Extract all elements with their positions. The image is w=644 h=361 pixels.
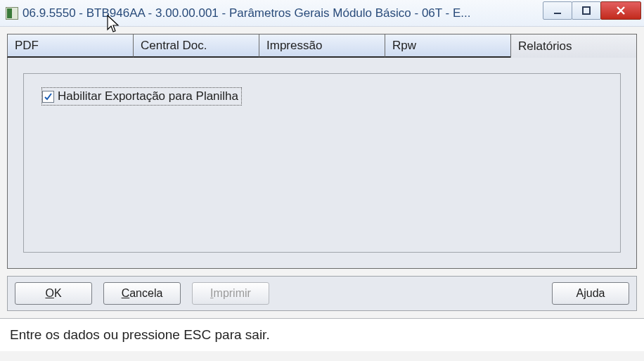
- content-group: Habilitar Exportação para Planilha: [23, 73, 621, 253]
- tab-pdf[interactable]: PDF: [7, 34, 133, 58]
- maximize-button[interactable]: [572, 1, 601, 20]
- client-area: PDF Central Doc. Impressão Rpw Relatório…: [0, 27, 644, 361]
- print-button: Imprimir: [192, 282, 269, 305]
- checkbox-label: Habilitar Exportação para Planilha: [58, 89, 238, 103]
- tab-central-doc[interactable]: Central Doc.: [133, 34, 259, 58]
- status-bar: Entre os dados ou pressione ESC para sai…: [0, 318, 644, 351]
- help-button[interactable]: Ajuda: [552, 282, 629, 305]
- tab-impressao[interactable]: Impressão: [259, 34, 385, 58]
- close-button[interactable]: [600, 1, 641, 20]
- window-title: 06.9.5550 - BTB946AA - 3.00.00.001 - Par…: [22, 6, 543, 20]
- minimize-button[interactable]: [543, 1, 572, 20]
- ok-button[interactable]: OK: [15, 282, 92, 305]
- enable-export-checkbox[interactable]: Habilitar Exportação para Planilha: [42, 88, 241, 105]
- status-text: Entre os dados ou pressione ESC para sai…: [10, 327, 270, 342]
- tab-content: Habilitar Exportação para Planilha: [7, 58, 637, 269]
- tab-bar: PDF Central Doc. Impressão Rpw Relatório…: [7, 34, 637, 58]
- svg-rect-1: [583, 7, 590, 14]
- app-icon: [6, 7, 18, 20]
- checkbox-icon: [42, 91, 54, 103]
- window-controls: [543, 1, 641, 21]
- tab-rpw[interactable]: Rpw: [385, 34, 510, 58]
- tab-relatorios[interactable]: Relatórios: [510, 34, 637, 58]
- button-bar: OK Cancela Imprimir Ajuda: [7, 276, 637, 311]
- cancel-button[interactable]: Cancela: [103, 282, 181, 305]
- window-titlebar: 06.9.5550 - BTB946AA - 3.00.00.001 - Par…: [0, 0, 644, 27]
- svg-rect-0: [554, 13, 561, 14]
